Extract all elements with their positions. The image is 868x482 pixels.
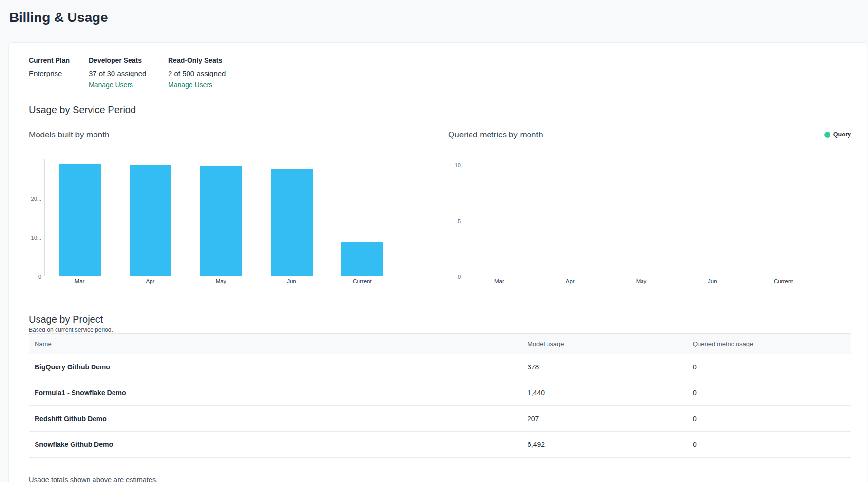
model-usage-cell: 207 [528, 415, 693, 423]
y-axis-tick: 0 [38, 274, 41, 280]
model-usage-cell: 6,492 [528, 441, 693, 448]
legend-dot-icon [824, 132, 830, 138]
bar-slot [256, 169, 327, 276]
bar-may [200, 166, 242, 276]
model-usage-cell: 378 [528, 363, 693, 371]
y-axis-tick: 0 [458, 274, 461, 280]
x-axis-label: Apr [535, 278, 606, 284]
chart-title-models-built: Models built by month [29, 130, 397, 141]
usage-by-project-subtitle: Based on current service period. [29, 327, 851, 333]
y-axis-tick: 20... [31, 196, 41, 202]
model-usage-cell: 1,440 [528, 389, 693, 397]
column-header-name: Name [29, 340, 528, 347]
usage-by-service-period-title: Usage by Service Period [29, 104, 136, 116]
developer-seats-value: 37 of 30 assigned [89, 69, 168, 77]
legend-label: Query [833, 131, 851, 138]
y-axis-tick: 5 [458, 218, 461, 224]
x-axis: MarAprMayJunCurrent [464, 278, 819, 284]
y-axis-tick: 10... [31, 235, 41, 241]
current-plan-value: Enterprise [29, 69, 89, 77]
x-axis-label: Current [327, 278, 397, 284]
developer-seats-column: Developer Seats 37 of 30 assigned Manage… [89, 57, 168, 89]
current-plan-label: Current Plan [29, 57, 89, 64]
x-axis: MarAprMayJunCurrent [44, 278, 397, 284]
project-name-cell: Snowflake Github Demo [29, 441, 528, 448]
bar-jun [271, 169, 313, 276]
chart-plot [464, 159, 819, 276]
readonly-seats-label: Read-Only Seats [168, 57, 226, 64]
billing-card: Current Plan Enterprise Developer Seats … [8, 42, 867, 482]
x-axis-label: Mar [464, 278, 535, 284]
x-axis-label: Jun [256, 278, 327, 284]
chart-plot-area: 0510 MarAprMayJunCurrent [448, 159, 819, 284]
column-header-queried-metric-usage: Queried metric usage [693, 340, 851, 347]
chart-plot-area: 010...20... MarAprMayJunCurrent [29, 159, 397, 284]
readonly-seats-value: 2 of 500 assigned [168, 69, 226, 77]
x-axis-label: May [186, 278, 256, 284]
table-empty-row [29, 458, 851, 469]
project-name-cell: BigQuery Github Demo [29, 363, 528, 371]
y-axis: 010...20... [29, 159, 43, 276]
y-axis-tick: 10 [455, 162, 461, 168]
bar-slot [45, 164, 115, 276]
page-title: Billing & Usage [9, 10, 108, 25]
usage-by-project-title: Usage by Project [29, 314, 851, 325]
x-axis-label: May [606, 278, 677, 284]
manage-users-link-readonly[interactable]: Manage Users [168, 81, 212, 89]
chart-title-queried-metrics: Queried metrics by month [448, 130, 819, 141]
usage-by-project-section: Usage by Project Based on current servic… [29, 314, 851, 469]
developer-seats-label: Developer Seats [89, 57, 168, 64]
project-name-cell: Redshift Github Demo [29, 415, 528, 423]
table-row: Snowflake Github Demo6,4920 [29, 432, 851, 458]
current-plan-column: Current Plan Enterprise [29, 57, 89, 89]
y-axis: 0510 [448, 159, 462, 276]
queried-usage-cell: 0 [693, 415, 851, 423]
models-built-chart: Models built by month 010...20... MarApr… [29, 130, 397, 284]
queried-usage-cell: 0 [693, 363, 851, 371]
legend-query[interactable]: Query [824, 131, 851, 138]
queried-metrics-chart: Queried metrics by month 0510 MarAprMayJ… [448, 130, 819, 284]
plan-summary: Current Plan Enterprise Developer Seats … [29, 57, 226, 89]
table-body: BigQuery Github Demo3780Formula1 - Snowf… [29, 354, 851, 458]
x-axis-label: Mar [44, 278, 115, 284]
table-row: Formula1 - Snowflake Demo1,4400 [29, 380, 851, 406]
bar-slot [186, 166, 257, 276]
table-header-row: NameModel usageQueried metric usage [29, 334, 851, 354]
readonly-seats-column: Read-Only Seats 2 of 500 assigned Manage… [168, 57, 226, 89]
x-axis-label: Apr [115, 278, 186, 284]
queried-usage-cell: 0 [693, 389, 851, 397]
chart-plot [44, 159, 397, 276]
bar-slot [115, 165, 186, 276]
bar-mar [59, 164, 101, 276]
column-header-model-usage: Model usage [528, 340, 693, 347]
project-name-cell: Formula1 - Snowflake Demo [29, 389, 528, 397]
queried-usage-cell: 0 [693, 441, 851, 448]
usage-estimates-footnote: Usage totals shown above are estimates. [29, 476, 158, 482]
project-usage-table: NameModel usageQueried metric usage BigQ… [29, 333, 851, 469]
bar-current [341, 242, 383, 276]
manage-users-link-developer[interactable]: Manage Users [89, 81, 133, 89]
x-axis-label: Jun [677, 278, 748, 284]
table-row: BigQuery Github Demo3780 [29, 354, 851, 380]
x-axis-label: Current [748, 278, 819, 284]
bar-apr [130, 165, 171, 276]
charts-row: Models built by month 010...20... MarApr… [29, 130, 851, 293]
table-row: Redshift Github Demo2070 [29, 406, 851, 432]
bar-slot [327, 242, 397, 276]
